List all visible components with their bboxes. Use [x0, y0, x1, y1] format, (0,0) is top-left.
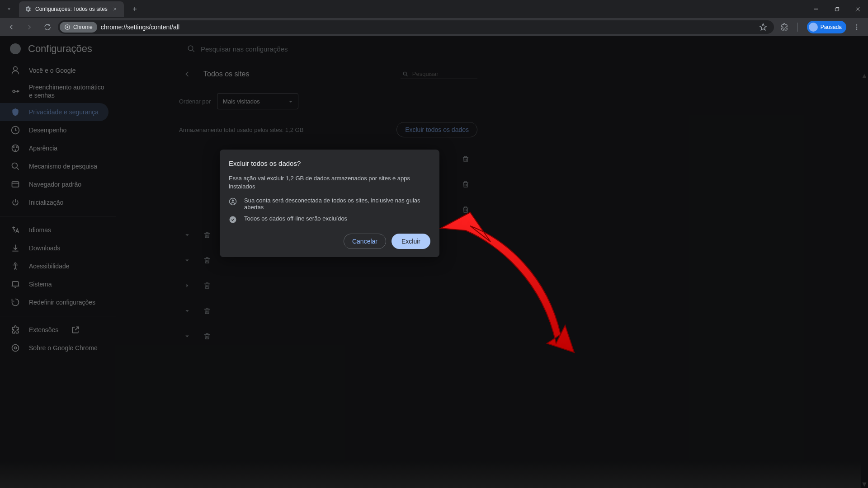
sidebar-item-reset[interactable]: Redefinir configurações	[0, 293, 108, 311]
sidebar-item-search-engine[interactable]: Mecanismo de pesquisa	[0, 157, 108, 175]
delete-site-button[interactable]	[199, 277, 215, 294]
sidebar-item-appearance[interactable]: Aparência	[0, 139, 108, 157]
svg-point-4	[856, 27, 858, 28]
forward-button[interactable]	[22, 19, 37, 35]
site-chip[interactable]: Chrome	[60, 22, 97, 33]
sort-row: Ordenar por Mais visitados	[179, 93, 477, 109]
expand-icon[interactable]	[179, 303, 195, 319]
scroll-down-icon[interactable]: ▼	[861, 481, 868, 488]
profile-status: Pausada	[821, 24, 842, 30]
sidebar-item-accessibility[interactable]: Acessibilidade	[0, 257, 108, 275]
account-icon	[229, 197, 237, 206]
site-row[interactable]	[179, 273, 477, 298]
tab-title: Configurações: Todos os sites	[35, 6, 108, 12]
sidebar-item-downloads[interactable]: Downloads	[0, 239, 108, 257]
extensions-button[interactable]	[777, 19, 792, 35]
sidebar-item-languages[interactable]: Idiomas	[0, 221, 108, 239]
storage-row: Armazenamento total usado pelos sites: 1…	[179, 122, 477, 137]
titlebar: Configurações: Todos os sites	[0, 0, 868, 18]
settings-header: Configurações Pesquisar nas configuraçõe…	[0, 36, 868, 61]
svg-point-5	[856, 28, 858, 30]
confirm-delete-dialog: Excluir todos os dados? Essa ação vai ex…	[220, 150, 439, 257]
panel-search-input[interactable]	[412, 70, 476, 77]
external-link-icon	[71, 325, 80, 334]
delete-site-button[interactable]	[458, 176, 474, 192]
tab-close-button[interactable]	[111, 5, 118, 13]
tab-search-dropdown[interactable]	[2, 2, 16, 16]
svg-point-9	[12, 163, 18, 169]
sidebar-item-startup[interactable]: Inicialização	[0, 193, 108, 211]
chrome-logo-icon	[10, 43, 21, 54]
delete-site-button[interactable]	[458, 202, 474, 218]
site-row[interactable]	[179, 298, 477, 324]
browser-tab[interactable]: Configurações: Todos os sites	[19, 1, 124, 17]
chrome-menu-button[interactable]	[849, 19, 864, 35]
bottom-fade	[0, 461, 868, 488]
close-window-button[interactable]	[847, 0, 868, 18]
maximize-button[interactable]	[826, 0, 847, 18]
separator	[797, 23, 798, 32]
dialog-description: Essa ação vai excluir 1,2 GB de dados ar…	[229, 174, 430, 191]
sidebar-item-system[interactable]: Sistema	[0, 275, 108, 293]
sort-select[interactable]: Mais visitados	[217, 93, 298, 109]
window-controls	[806, 0, 868, 18]
confirm-delete-button[interactable]: Excluir	[392, 234, 430, 249]
panel-title: Todos os sites	[203, 70, 392, 78]
minimize-button[interactable]	[806, 0, 826, 18]
svg-point-17	[230, 216, 236, 223]
settings-sidebar: Você e o Google Preenchimento automático…	[0, 61, 116, 357]
expand-icon[interactable]	[179, 328, 195, 344]
sidebar-item-about[interactable]: Sobre o Google Chrome	[0, 339, 108, 357]
sidebar-item-performance[interactable]: Desempenho	[0, 121, 108, 139]
delete-site-button[interactable]	[199, 328, 215, 344]
delete-site-button[interactable]	[199, 303, 215, 319]
cancel-button[interactable]: Cancelar	[344, 234, 386, 249]
reload-button[interactable]	[40, 19, 55, 35]
gear-icon	[24, 5, 32, 13]
sidebar-divider	[0, 216, 116, 216]
site-row[interactable]	[179, 324, 477, 349]
dialog-item: Sua conta será desconectada de todos os …	[229, 197, 430, 211]
panel-search[interactable]	[401, 70, 477, 79]
dialog-actions: Cancelar Excluir	[229, 234, 430, 249]
svg-point-6	[188, 46, 193, 51]
chip-label: Chrome	[73, 24, 93, 30]
panel-header: Todos os sites	[179, 61, 477, 87]
delete-site-button[interactable]	[199, 227, 215, 243]
svg-point-16	[232, 200, 234, 202]
scrollbar[interactable]: ▲ ▼	[861, 72, 868, 488]
sidebar-divider	[0, 316, 116, 316]
delete-site-button[interactable]	[199, 252, 215, 268]
address-bar[interactable]: Chrome chrome://settings/content/all	[58, 20, 774, 34]
search-settings-placeholder: Pesquisar nas configurações	[201, 45, 288, 53]
search-icon	[402, 70, 409, 78]
avatar	[809, 23, 818, 32]
bookmark-button[interactable]	[757, 21, 769, 33]
svg-rect-0	[835, 8, 838, 10]
svg-point-3	[856, 24, 858, 26]
delete-all-button[interactable]: Excluir todos os dados	[396, 122, 477, 137]
search-settings[interactable]: Pesquisar nas configurações	[187, 45, 288, 53]
sidebar-item-default-browser[interactable]: Navegador padrão	[0, 175, 108, 193]
sidebar-item-autofill[interactable]: Preenchimento automático e senhas	[0, 80, 108, 103]
profile-chip[interactable]: Pausada	[807, 21, 846, 33]
dialog-title: Excluir todos os dados?	[229, 160, 430, 167]
panel-back-button[interactable]	[179, 66, 195, 82]
svg-point-2	[66, 26, 68, 28]
scroll-up-icon[interactable]: ▲	[861, 72, 868, 80]
sidebar-item-privacy[interactable]: Privacidade e segurança	[0, 103, 108, 121]
sort-label: Ordenar por	[179, 98, 211, 105]
back-button[interactable]	[4, 19, 19, 35]
svg-point-7	[13, 90, 15, 93]
expand-icon[interactable]	[179, 227, 195, 243]
sidebar-item-extensions[interactable]: Extensões	[0, 321, 108, 339]
delete-site-button[interactable]	[458, 151, 474, 167]
expand-icon[interactable]	[179, 277, 195, 294]
svg-point-13	[14, 347, 17, 349]
new-tab-button[interactable]	[128, 3, 141, 15]
storage-text: Armazenamento total usado pelos sites: 1…	[179, 127, 303, 133]
expand-icon[interactable]	[179, 252, 195, 268]
settings-page: Configurações Pesquisar nas configuraçõe…	[0, 36, 868, 488]
svg-point-12	[12, 345, 19, 352]
sidebar-item-you-and-google[interactable]: Você e o Google	[0, 61, 108, 80]
